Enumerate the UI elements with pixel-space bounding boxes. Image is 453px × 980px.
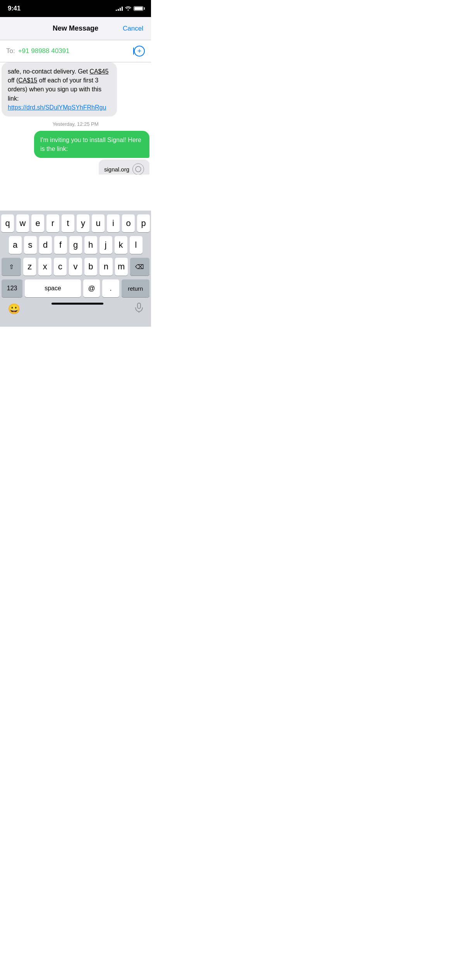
message-timestamp: Yesterday, 12:25 PM xyxy=(2,121,149,127)
nav-bar: New Message Cancel xyxy=(0,17,151,40)
to-label: To: xyxy=(6,47,15,55)
keyboard-row-3: ⇧ z x c v b n m ⌫ xyxy=(2,258,149,276)
incoming-top-link[interactable]: https://drd.sh/SDulYMpSYhFRhRgu xyxy=(8,104,106,111)
link-preview-text: signal.org xyxy=(104,166,129,173)
key-a[interactable]: a xyxy=(9,236,22,254)
key-z[interactable]: z xyxy=(23,258,36,276)
key-j[interactable]: j xyxy=(100,236,112,254)
key-p[interactable]: p xyxy=(137,214,150,232)
key-r[interactable]: r xyxy=(46,214,59,232)
svg-point-1 xyxy=(136,166,141,172)
key-w[interactable]: w xyxy=(16,214,29,232)
add-recipient-button[interactable]: + xyxy=(134,46,145,57)
key-i[interactable]: i xyxy=(107,214,120,232)
at-key[interactable]: @ xyxy=(83,279,100,297)
key-y[interactable]: y xyxy=(77,214,89,232)
incoming-message-top: safe, no-contact delivery. Get CA$45 off… xyxy=(2,62,117,117)
key-k[interactable]: k xyxy=(115,236,127,254)
key-q[interactable]: q xyxy=(1,214,14,232)
keyboard: q w e r t y u i o p a s d f g h j k l ⇧ xyxy=(0,211,151,327)
keyboard-rows: q w e r t y u i o p a s d f g h j k l ⇧ xyxy=(0,211,151,299)
key-t[interactable]: t xyxy=(62,214,74,232)
key-l[interactable]: l xyxy=(130,236,142,254)
to-field: To: +91 98988 40391 + xyxy=(0,40,151,62)
shift-key[interactable]: ⇧ xyxy=(2,258,21,276)
key-f[interactable]: f xyxy=(54,236,67,254)
outgoing-bubble: I'm inviting you to install Signal! Here… xyxy=(34,131,149,158)
svg-rect-5 xyxy=(137,303,141,308)
outgoing-text: I'm inviting you to install Signal! Here… xyxy=(40,137,141,152)
delete-key[interactable]: ⌫ xyxy=(130,258,149,276)
battery-icon xyxy=(134,6,143,11)
key-s[interactable]: s xyxy=(24,236,37,254)
compass-icon xyxy=(132,163,144,175)
emoji-button[interactable]: 😀 xyxy=(8,303,20,315)
key-m[interactable]: m xyxy=(115,258,128,276)
key-u[interactable]: u xyxy=(92,214,105,232)
microphone-button[interactable] xyxy=(135,303,143,315)
key-b[interactable]: b xyxy=(84,258,97,276)
signal-bars-icon xyxy=(116,6,123,11)
home-indicator xyxy=(51,303,103,305)
status-time: 9:41 xyxy=(8,5,21,12)
svg-point-0 xyxy=(128,10,129,11)
status-bar: 9:41 xyxy=(0,0,151,17)
numbers-key[interactable]: 123 xyxy=(2,279,22,297)
status-icons xyxy=(116,5,143,12)
incoming-top-text: safe, no-contact delivery. Get CA$45 off… xyxy=(8,68,108,102)
keyboard-bottom-bar: 😀 xyxy=(0,299,151,327)
key-o[interactable]: o xyxy=(122,214,135,232)
key-e[interactable]: e xyxy=(31,214,44,232)
cancel-button[interactable]: Cancel xyxy=(123,25,143,33)
period-key[interactable]: . xyxy=(102,279,119,297)
space-key[interactable]: space xyxy=(25,279,81,297)
return-key[interactable]: return xyxy=(122,279,149,297)
key-v[interactable]: v xyxy=(69,258,82,276)
key-h[interactable]: h xyxy=(84,236,97,254)
key-d[interactable]: d xyxy=(39,236,52,254)
link-preview[interactable]: signal.org xyxy=(99,159,149,175)
key-c[interactable]: c xyxy=(54,258,67,276)
keyboard-row-2: a s d f g h j k l xyxy=(2,236,149,254)
nav-title: New Message xyxy=(53,24,98,33)
keyboard-row-1: q w e r t y u i o p xyxy=(2,214,149,232)
key-g[interactable]: g xyxy=(69,236,82,254)
recipient-number[interactable]: +91 98988 40391 xyxy=(18,47,132,55)
keyboard-row-4: 123 space @ . return xyxy=(2,279,149,297)
key-n[interactable]: n xyxy=(100,258,112,276)
messages-area: safe, no-contact delivery. Get CA$45 off… xyxy=(0,62,151,175)
outgoing-message-wrap: I'm inviting you to install Signal! Here… xyxy=(2,131,149,175)
wifi-icon xyxy=(125,5,131,12)
key-x[interactable]: x xyxy=(38,258,51,276)
svg-marker-2 xyxy=(137,168,139,170)
